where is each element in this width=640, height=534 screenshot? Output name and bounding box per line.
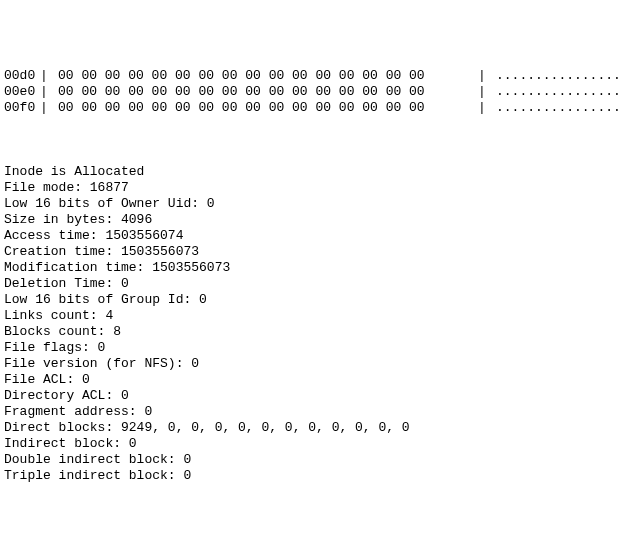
hex-bytes: 00 00 00 00 00 00 00 00 00 00 00 00 00 0…: [58, 68, 478, 84]
hex-ascii: ................: [496, 84, 621, 100]
inode-field: File flags: 0: [4, 340, 640, 356]
hex-row: 00e0|00 00 00 00 00 00 00 00 00 00 00 00…: [4, 84, 640, 100]
hex-ascii: ................: [496, 100, 621, 116]
inode-field: Deletion Time: 0: [4, 276, 640, 292]
inode-field: Modification time: 1503556073: [4, 260, 640, 276]
inode-field: Indirect block: 0: [4, 436, 640, 452]
hex-sep: |: [478, 100, 496, 116]
inode-field: Direct blocks: 9249, 0, 0, 0, 0, 0, 0, 0…: [4, 420, 640, 436]
hex-dump: 00d0|00 00 00 00 00 00 00 00 00 00 00 00…: [4, 68, 640, 116]
hex-sep: |: [40, 68, 58, 84]
inode-field: Creation time: 1503556073: [4, 244, 640, 260]
inode-field: Access time: 1503556074: [4, 228, 640, 244]
inode-info: Inode is AllocatedFile mode: 16877Low 16…: [4, 164, 640, 484]
blank-line: [4, 132, 640, 148]
inode-field: Inode is Allocated: [4, 164, 640, 180]
inode-field: Size in bytes: 4096: [4, 212, 640, 228]
inode-field: Blocks count: 8: [4, 324, 640, 340]
hex-bytes: 00 00 00 00 00 00 00 00 00 00 00 00 00 0…: [58, 100, 478, 116]
hex-offset: 00f0: [4, 100, 40, 116]
hex-offset: 00e0: [4, 84, 40, 100]
hex-row: 00f0|00 00 00 00 00 00 00 00 00 00 00 00…: [4, 100, 640, 116]
inode-field: Fragment address: 0: [4, 404, 640, 420]
hex-bytes: 00 00 00 00 00 00 00 00 00 00 00 00 00 0…: [58, 84, 478, 100]
inode-field: Double indirect block: 0: [4, 452, 640, 468]
hex-sep: |: [40, 84, 58, 100]
hex-ascii: ................: [496, 68, 621, 84]
hex-sep: |: [478, 68, 496, 84]
inode-field: Low 16 bits of Group Id: 0: [4, 292, 640, 308]
inode-field: Directory ACL: 0: [4, 388, 640, 404]
inode-field: Low 16 bits of Owner Uid: 0: [4, 196, 640, 212]
blank-line: [4, 500, 640, 516]
inode-field: Triple indirect block: 0: [4, 468, 640, 484]
hex-offset: 00d0: [4, 68, 40, 84]
inode-field: File version (for NFS): 0: [4, 356, 640, 372]
inode-field: File ACL: 0: [4, 372, 640, 388]
hex-sep: |: [40, 100, 58, 116]
inode-field: Links count: 4: [4, 308, 640, 324]
inode-field: File mode: 16877: [4, 180, 640, 196]
hex-row: 00d0|00 00 00 00 00 00 00 00 00 00 00 00…: [4, 68, 640, 84]
hex-sep: |: [478, 84, 496, 100]
